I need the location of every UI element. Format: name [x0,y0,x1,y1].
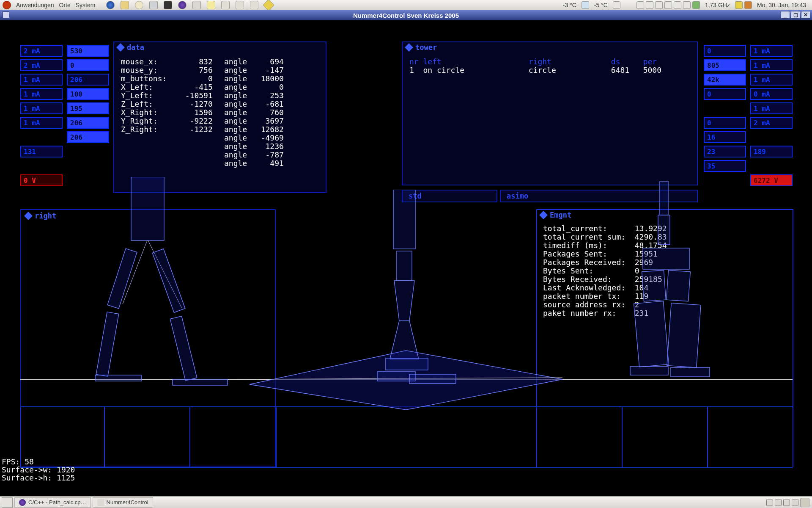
meter-cell[interactable]: 189 [750,146,793,157]
launcher-icon[interactable] [207,1,215,9]
viewport-label: right [35,212,56,220]
launcher-row [98,1,273,9]
app-titlebar: Nummer4Control Sven Kreiss 2005 _ ▢ ✕ [0,10,812,20]
tray-icon[interactable] [646,1,653,9]
cpu-freq[interactable]: 1,73 GHz [702,2,733,8]
meter-cell[interactable]: 0 [704,45,746,57]
meter-cell[interactable]: 2 mA [20,59,63,71]
svg-marker-11 [394,281,414,321]
meter-cell[interactable]: 1 mA [20,88,63,100]
tray-icon[interactable] [674,1,681,9]
meter-cell[interactable]: 0 mA [750,88,793,100]
meter-cell[interactable]: 1 mA [750,74,793,86]
svg-rect-16 [660,181,668,215]
svg-rect-10 [397,251,412,281]
app-icon [19,499,26,506]
diamond-icon [24,212,33,220]
launcher-icon[interactable] [178,1,187,9]
meter-cell[interactable]: 23 [704,146,746,157]
meter-cell[interactable]: 0 [704,88,746,100]
taskbar-right [766,498,812,507]
minimize-button[interactable]: _ [781,11,790,19]
meter-cell[interactable]: 195 [67,102,109,114]
tower-panel: tower nr left right ds per 1 on circle c… [402,41,698,185]
svg-rect-23 [630,367,668,375]
launcher-icon[interactable] [135,1,143,9]
meter-cell[interactable]: 2 mA [750,117,793,129]
launcher-icon[interactable] [221,1,230,9]
launcher-icon[interactable] [250,1,258,9]
taskbar-item-nummer4[interactable]: Nummer4Control [93,497,153,508]
meter-cell[interactable]: 1 mA [750,102,793,114]
launcher-icon[interactable] [263,0,274,11]
svg-rect-18 [643,248,689,269]
meter-cell[interactable]: 2 mA [20,45,63,57]
weather-temp-1[interactable]: -3 °C [560,2,580,8]
meter-cell[interactable]: 805 [704,59,746,71]
menu-places[interactable]: Orte [57,2,73,8]
launcher-icon[interactable] [192,1,201,9]
weather-temp-2[interactable]: -5 °C [591,2,611,8]
meter-cell[interactable]: 0 [67,59,109,71]
tray-icon[interactable] [735,1,743,9]
meter-cell[interactable]: 35 [704,160,746,172]
fps-overlay: FPS: 58 Surface->w: 1920 Surface->h: 112… [2,458,75,482]
workspace-switcher[interactable] [775,500,782,505]
tray-icon[interactable] [636,1,644,9]
svg-rect-15 [409,374,456,384]
tray-icon[interactable] [613,1,620,9]
launcher-icon[interactable] [236,1,244,9]
tray: -3 °C -5 °C 1,73 GHz Mo, 30. Jan, 19:43 [560,1,812,9]
menu-applications[interactable]: Anwendungen [14,2,57,8]
workspace-switcher[interactable] [766,500,773,505]
show-desktop-button[interactable] [2,497,13,508]
meter-cell[interactable]: 0 [704,117,746,129]
battery-icon[interactable] [692,1,700,9]
close-button[interactable]: ✕ [801,11,810,19]
svg-rect-17 [658,215,670,245]
svg-rect-21 [634,301,669,367]
menu-system[interactable]: System [73,2,98,8]
task-label: C/C++ - Path_calc.cp… [28,499,86,505]
svg-marker-12 [390,321,419,359]
svg-rect-20 [667,270,691,301]
meter-cell[interactable]: 100 [67,88,109,100]
meter-cell[interactable]: 206 [67,117,109,129]
tray-icon[interactable] [664,1,672,9]
meter-cell[interactable]: 1 mA [750,59,793,71]
weather-icon[interactable] [582,1,589,9]
meter-cell[interactable]: 1 mA [750,45,793,57]
meter-cell[interactable]: 16 [704,131,746,143]
svg-rect-2 [152,249,185,313]
gnome-panel-bottom: C/C++ - Path_calc.cp… Nummer4Control [0,496,812,508]
ubuntu-logo-icon[interactable] [3,1,11,9]
taskbar-item-eclipse[interactable]: C/C++ - Path_calc.cp… [14,497,91,508]
workspace-switcher[interactable] [792,500,798,505]
meter-cell[interactable]: 6272 V [750,174,793,186]
launcher-icon[interactable] [121,1,129,9]
meter-cell[interactable]: 42k [704,74,746,86]
meter-cell[interactable]: 206 [67,131,109,143]
panel-title: data [127,43,144,52]
meter-cell[interactable]: 131 [20,146,63,157]
gnome-panel-top: Anwendungen Orte System -3 °C -5 °C 1,73… [0,0,812,10]
meter-cell[interactable]: 1 mA [20,117,63,129]
meter-cell[interactable]: 530 [67,45,109,57]
meter-cell[interactable]: 0 V [20,174,63,186]
tray-icon[interactable] [744,1,752,9]
clock[interactable]: Mo, 30. Jan, 19:43 [754,2,809,8]
volume-icon[interactable] [683,1,691,9]
svg-rect-0 [131,177,164,240]
launcher-icon[interactable] [164,1,172,9]
tray-icon[interactable] [655,1,663,9]
meter-cell[interactable]: 1 mA [20,102,63,114]
maximize-button[interactable]: ▢ [791,11,800,19]
meter-cell[interactable]: 1 mA [20,74,63,86]
launcher-icon[interactable] [149,1,158,9]
meter-cell[interactable]: 206 [67,74,109,86]
trash-icon[interactable] [800,498,809,507]
workspace: data mouse_x: 832 mouse_y: 756 m_buttons… [0,20,812,494]
workspace-switcher[interactable] [783,500,790,505]
svg-rect-4 [170,316,197,381]
launcher-icon[interactable] [106,1,115,9]
